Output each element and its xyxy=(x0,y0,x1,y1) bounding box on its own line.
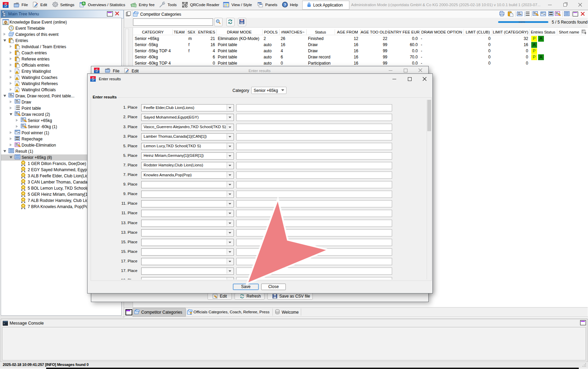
svg-text:3: 3 xyxy=(15,109,16,111)
svg-text:S: S xyxy=(92,76,95,81)
svg-text:3: 3 xyxy=(524,15,525,17)
svg-text:?: ? xyxy=(284,3,286,7)
svg-text:S: S xyxy=(95,68,98,73)
svg-text:S: S xyxy=(4,2,8,8)
